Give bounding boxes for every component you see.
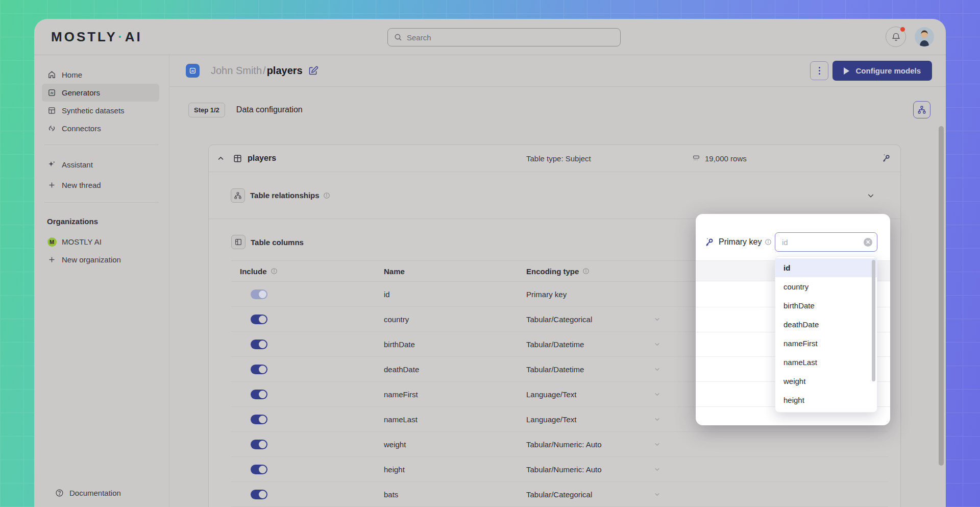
table-row: bats Tabular/Categorical <box>231 482 888 507</box>
connector-plug-icon <box>47 124 57 133</box>
table-icon <box>233 154 242 163</box>
encoding-value: Language/Text <box>526 390 576 399</box>
info-icon <box>323 192 330 199</box>
sidebar-item-assistant[interactable]: Assistant <box>42 154 159 175</box>
encoding-select[interactable]: Tabular/Categorical <box>526 490 888 499</box>
step-row: Step 1/2 Data configuration <box>169 87 946 133</box>
sidebar-item-home[interactable]: Home <box>42 66 159 84</box>
column-name: height <box>384 465 526 474</box>
primary-key-popup: Primary key ✕ id country birthDate death… <box>696 214 890 425</box>
dropdown-option[interactable]: weight <box>775 372 877 391</box>
rows-icon <box>692 154 700 162</box>
generator-chip-icon: AI <box>186 64 200 78</box>
notifications-button[interactable] <box>886 27 906 47</box>
organizations-section-label: Organizations <box>34 210 169 231</box>
rows-count: 19,000 rows <box>692 154 747 163</box>
encoding-value: Tabular/Numeric: Auto <box>526 465 602 474</box>
include-toggle[interactable] <box>251 365 267 374</box>
table-row: height Tabular/Numeric: Auto <box>231 457 888 482</box>
edit-name-icon[interactable] <box>308 65 318 76</box>
step-title: Data configuration <box>236 105 303 114</box>
table-relationships-row[interactable]: Table relationships <box>209 172 900 219</box>
column-name: birthDate <box>384 340 526 349</box>
column-name: weight <box>384 440 526 449</box>
encoding-value: Language/Text <box>526 415 576 424</box>
search-icon <box>394 33 402 41</box>
include-toggle[interactable] <box>251 415 267 424</box>
primary-key-select[interactable]: ✕ <box>775 232 877 252</box>
dropdown-option[interactable]: nameLast <box>775 353 877 372</box>
bell-icon <box>891 32 901 42</box>
sidebar-item-synthetic-datasets[interactable]: Synthetic datasets <box>42 102 159 119</box>
dropdown-option[interactable]: nameFirst <box>775 334 877 353</box>
ai-chip-icon: AI <box>47 88 57 97</box>
sidebar-item-label: Documentation <box>69 489 121 497</box>
encoding-value: Tabular/Datetime <box>526 365 584 374</box>
primary-key-input[interactable] <box>775 238 852 247</box>
sidebar-item-connectors[interactable]: Connectors <box>42 119 159 137</box>
chevron-down-icon <box>654 416 660 423</box>
dataset-grid-icon <box>47 106 57 115</box>
dropdown-option[interactable]: country <box>775 277 877 296</box>
primary-key-icon[interactable] <box>881 153 891 163</box>
dropdown-option[interactable]: id <box>775 258 877 277</box>
svg-text:AI: AI <box>51 91 54 94</box>
encoding-value: Primary key <box>526 290 567 299</box>
dropdown-option[interactable]: deathDate <box>775 315 877 334</box>
global-search[interactable] <box>387 28 621 46</box>
sidebar-item-generators[interactable]: AI Generators <box>42 84 159 102</box>
encoding-value: Tabular/Datetime <box>526 340 584 349</box>
chevron-down-icon <box>654 316 660 323</box>
relationship-diagram-button[interactable] <box>913 101 930 118</box>
dropdown-option[interactable]: height <box>775 391 877 409</box>
encoding-select[interactable]: Tabular/Numeric: Auto <box>526 465 888 474</box>
collapse-chevron-icon[interactable] <box>217 155 225 162</box>
include-toggle[interactable] <box>251 490 267 499</box>
include-toggle[interactable] <box>251 465 267 474</box>
vertical-scrollbar[interactable] <box>939 126 944 466</box>
sidebar-item-label: MOSTLY AI <box>62 237 102 246</box>
chevron-down-icon <box>654 391 660 398</box>
include-toggle[interactable] <box>251 315 267 324</box>
encoding-value: Tabular/Categorical <box>526 490 592 499</box>
column-name: country <box>384 315 526 324</box>
table-columns-label: Table columns <box>251 238 304 247</box>
breadcrumb: John Smith/players <box>211 65 303 77</box>
search-input[interactable] <box>407 33 614 42</box>
key-icon <box>704 237 715 248</box>
plus-icon <box>47 181 57 189</box>
info-icon <box>582 268 590 275</box>
logo-dot: · <box>118 29 125 44</box>
include-toggle[interactable] <box>251 390 267 399</box>
column-name: bats <box>384 490 526 499</box>
sidebar-item-new-thread[interactable]: New thread <box>42 175 159 195</box>
sidebar-item-mostly-ai-org[interactable]: M MOSTLY AI <box>42 233 159 251</box>
include-toggle[interactable] <box>251 440 267 449</box>
user-avatar[interactable] <box>915 27 934 46</box>
relationships-icon <box>231 188 245 203</box>
sidebar-item-new-organization[interactable]: New organization <box>42 251 159 269</box>
encoding-select[interactable]: Tabular/Numeric: Auto <box>526 440 888 449</box>
sparkles-icon <box>47 160 57 169</box>
include-header: Include <box>240 267 267 276</box>
dropdown-option[interactable]: birthDate <box>775 296 877 315</box>
plus-icon <box>47 256 57 263</box>
table-type-label: Table type: Subject <box>526 154 591 163</box>
players-card-header: players Table type: Subject 19,000 rows <box>209 145 900 172</box>
encoding-value: Tabular/Categorical <box>526 315 592 324</box>
more-options-button[interactable] <box>810 61 828 80</box>
org-badge: M <box>47 237 57 247</box>
sidebar-item-documentation[interactable]: Documentation <box>50 484 167 502</box>
dropdown-scrollbar[interactable] <box>872 260 875 381</box>
sidebar-item-label: Connectors <box>62 124 101 133</box>
relationships-label: Table relationships <box>250 191 320 200</box>
question-circle-icon <box>55 489 64 497</box>
svg-text:AI: AI <box>191 69 194 73</box>
configure-models-button[interactable]: Configure models <box>832 61 932 81</box>
table-name: players <box>248 154 276 163</box>
mostly-ai-logo: MOSTLY·AI <box>51 29 142 45</box>
include-toggle[interactable] <box>251 340 267 349</box>
clear-icon[interactable]: ✕ <box>864 238 872 247</box>
top-bar: MOSTLY·AI <box>34 19 946 55</box>
chevron-down-icon[interactable] <box>867 191 875 200</box>
